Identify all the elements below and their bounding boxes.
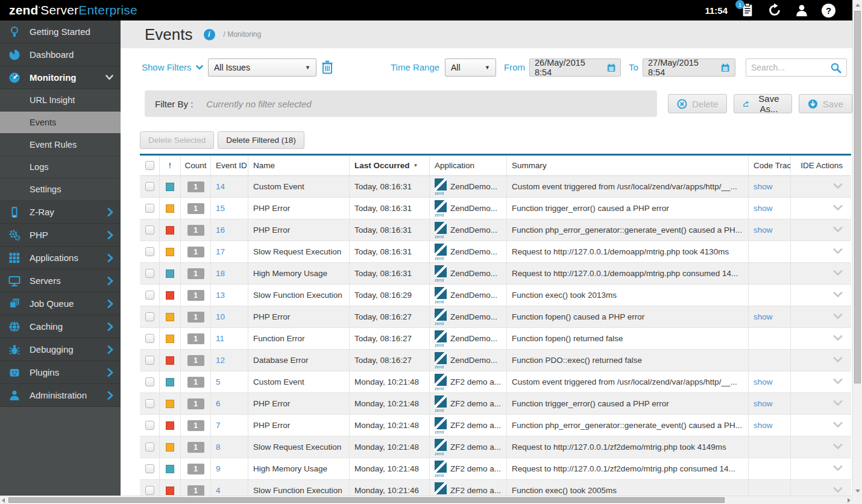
event-id-link[interactable]: 4	[216, 486, 221, 495]
code-trace-show-link[interactable]: show	[753, 399, 773, 408]
delete-filtered-button[interactable]: Delete Filtered (18)	[218, 131, 304, 149]
event-id-link[interactable]: 7	[216, 421, 221, 430]
info-icon[interactable]: i	[204, 29, 215, 40]
vertical-scrollbar[interactable]	[852, 0, 862, 496]
ide-actions-chevron-icon[interactable]	[833, 312, 843, 321]
table-row[interactable]: 117Slow Request ExecutionToday, 08:16:31…	[140, 241, 851, 263]
scroll-down-arrow-icon[interactable]	[855, 490, 860, 493]
table-row[interactable]: 15Custom EventMonday, 10:21:48zendZF2 de…	[140, 371, 851, 393]
column-header-summary[interactable]: Summary	[507, 156, 749, 175]
ide-actions-chevron-icon[interactable]	[833, 225, 843, 235]
search-icon[interactable]	[830, 62, 842, 74]
sidebar-subitem-logs[interactable]: Logs	[0, 156, 121, 178]
sidebar-subitem-settings[interactable]: Settings	[0, 178, 121, 201]
event-id-link[interactable]: 5	[216, 377, 221, 386]
row-checkbox[interactable]	[145, 356, 154, 365]
row-checkbox[interactable]	[145, 204, 154, 213]
event-id-link[interactable]: 12	[216, 356, 225, 365]
ide-actions-chevron-icon[interactable]	[833, 443, 843, 452]
row-checkbox[interactable]	[145, 334, 154, 343]
column-header-ide-actions[interactable]: IDE Actions	[791, 156, 851, 175]
sidebar-item-plugins[interactable]: Plugins	[0, 361, 121, 384]
table-row[interactable]: 116PHP ErrorToday, 08:16:31zendZendDemo.…	[140, 219, 851, 241]
horizontal-scrollbar-thumb[interactable]	[8, 497, 725, 503]
sidebar-item-job-queue[interactable]: Job Queue	[0, 292, 121, 315]
table-row[interactable]: 18Slow Request ExecutionMonday, 10:21:48…	[140, 436, 851, 458]
refresh-icon[interactable]	[767, 3, 782, 17]
help-icon[interactable]: ?	[822, 4, 835, 17]
column-header-code-trac[interactable]: Code Trac	[749, 156, 791, 175]
trash-icon[interactable]	[321, 60, 333, 77]
code-trace-show-link[interactable]: show	[753, 377, 773, 386]
row-checkbox[interactable]	[145, 399, 154, 408]
sidebar-item-php[interactable]: PHP	[0, 224, 121, 247]
sidebar-item-z-ray[interactable]: Z-Ray	[0, 201, 121, 224]
vertical-scrollbar-thumb[interactable]	[854, 11, 861, 383]
sidebar-item-monitoring[interactable]: Monitoring	[0, 66, 121, 89]
event-id-link[interactable]: 13	[216, 291, 225, 300]
to-date-picker[interactable]: 27/May/2015 8:54	[643, 58, 735, 77]
ide-actions-chevron-icon[interactable]	[833, 464, 843, 473]
user-account-icon[interactable]	[795, 4, 808, 17]
sidebar-subitem-url-insight[interactable]: URL Insight	[0, 89, 121, 112]
code-trace-show-link[interactable]: show	[753, 182, 773, 191]
notifications-clipboard-icon[interactable]: 1	[741, 2, 754, 18]
sidebar-item-dashboard[interactable]: Dashboard	[0, 43, 121, 66]
row-checkbox[interactable]	[145, 464, 154, 473]
event-id-link[interactable]: 9	[216, 464, 221, 473]
sidebar-item-caching[interactable]: Caching	[0, 315, 121, 338]
ide-actions-chevron-icon[interactable]	[833, 421, 843, 430]
save-as-button[interactable]: Save As...	[734, 94, 791, 113]
sidebar-item-servers[interactable]: Servers	[0, 269, 121, 292]
table-row[interactable]: 118High Memory UsageToday, 08:16:31zendZ…	[140, 263, 851, 285]
table-row[interactable]: 113Slow Function ExecutionToday, 08:16:2…	[140, 285, 851, 306]
table-row[interactable]: 111Function ErrorToday, 08:16:27zendZend…	[140, 328, 851, 350]
event-id-link[interactable]: 14	[216, 182, 225, 191]
save-button[interactable]: Save	[799, 94, 852, 113]
row-checkbox[interactable]	[145, 182, 154, 191]
code-trace-show-link[interactable]: show	[753, 421, 773, 430]
ide-actions-chevron-icon[interactable]	[833, 377, 843, 386]
column-header-event-id[interactable]: Event ID	[211, 156, 248, 175]
row-checkbox[interactable]	[145, 247, 154, 256]
column-header-application[interactable]: Application	[430, 156, 507, 175]
row-checkbox[interactable]	[145, 312, 154, 321]
table-row[interactable]: 16PHP ErrorMonday, 10:21:48zendZF2 demo …	[140, 393, 851, 415]
sidebar-item-applications[interactable]: Applications	[0, 247, 121, 269]
ide-actions-chevron-icon[interactable]	[833, 399, 843, 408]
code-trace-show-link[interactable]: show	[753, 312, 773, 321]
column-header-count[interactable]: Count	[181, 156, 211, 175]
sidebar-item-administration[interactable]: Administration	[0, 384, 121, 407]
sidebar-item-getting-started[interactable]: Getting Started	[0, 20, 121, 43]
ide-actions-chevron-icon[interactable]	[833, 356, 843, 365]
issues-filter-select[interactable]: All Issues ▼	[208, 58, 316, 77]
row-checkbox[interactable]	[145, 443, 154, 452]
event-id-link[interactable]: 15	[216, 204, 225, 213]
ide-actions-chevron-icon[interactable]	[833, 334, 843, 343]
sidebar-subitem-event-rules[interactable]: Event Rules	[0, 134, 121, 156]
row-checkbox[interactable]	[145, 269, 154, 278]
delete-filter-button[interactable]: Delete	[668, 94, 727, 113]
show-filters-toggle[interactable]: Show Filters	[142, 58, 203, 77]
time-range-select[interactable]: All ▼	[445, 58, 496, 77]
from-date-picker[interactable]: 26/May/2015 8:54	[529, 58, 621, 77]
sidebar-subitem-events[interactable]: Events	[0, 112, 121, 134]
event-id-link[interactable]: 6	[216, 399, 221, 408]
ide-actions-chevron-icon[interactable]	[833, 182, 843, 191]
column-header-name[interactable]: Name	[248, 156, 350, 175]
ide-actions-chevron-icon[interactable]	[833, 247, 843, 256]
event-id-link[interactable]: 16	[216, 225, 225, 235]
table-row[interactable]: 115PHP ErrorToday, 08:16:31zendZendDemo.…	[140, 198, 851, 219]
ide-actions-chevron-icon[interactable]	[833, 204, 843, 213]
table-row[interactable]: 17PHP ErrorMonday, 10:21:48zendZF2 demo …	[140, 415, 851, 436]
row-checkbox[interactable]	[145, 377, 154, 386]
ide-actions-chevron-icon[interactable]	[833, 486, 843, 495]
event-id-link[interactable]: 8	[216, 443, 221, 452]
row-checkbox[interactable]	[145, 486, 154, 495]
row-checkbox[interactable]	[145, 421, 154, 430]
event-id-link[interactable]: 18	[216, 269, 225, 278]
scroll-right-arrow-icon[interactable]	[848, 498, 851, 503]
table-row[interactable]: 19High Memory UsageMonday, 10:21:48zendZ…	[140, 458, 851, 480]
column-header-[interactable]: !	[160, 156, 181, 175]
table-row[interactable]: 114Custom EventToday, 08:16:31zendZendDe…	[140, 176, 851, 198]
